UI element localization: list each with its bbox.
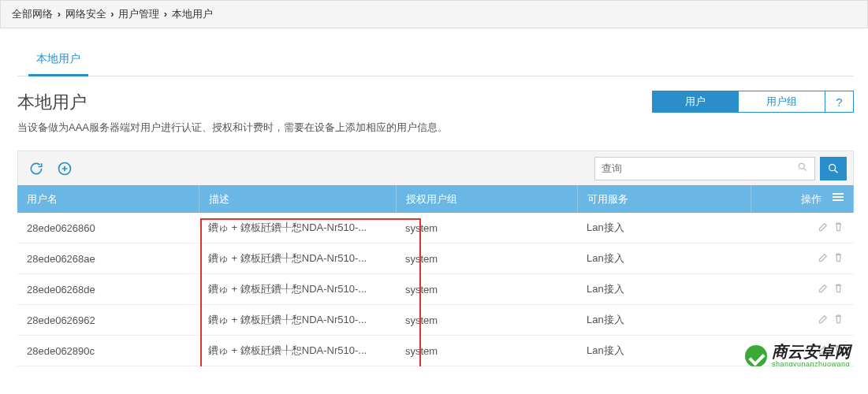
edit-icon[interactable] [818,221,829,232]
cell-group: system [396,274,577,305]
search-inline-icon [797,162,808,175]
edit-icon[interactable] [818,251,829,263]
watermark-pinyin: shangyunanzhuowang [772,361,851,366]
cell-service: Lan接入 [577,213,751,243]
delete-icon[interactable] [833,313,844,325]
cell-service: Lan接入 [577,243,751,274]
table-row[interactable]: 28ede0626962鐨ゅ + 鐐板瓩鐨╀惒NDA-Nr510-...syst… [17,305,854,336]
search-button[interactable] [820,157,847,180]
view-user-button[interactable]: 用户 [652,91,739,113]
column-menu-icon[interactable] [833,191,844,203]
breadcrumb-item[interactable]: 用户管理 [118,8,159,20]
cell-group: system [396,243,577,274]
cell-service: Lan接入 [577,274,751,305]
col-description[interactable]: 描述 [199,185,396,213]
cell-username: 28ede06268de [17,274,199,305]
search-box [594,157,815,180]
cell-ops [751,274,854,305]
cell-group: system [396,305,577,336]
breadcrumb-item[interactable]: 全部网络 [12,8,53,20]
tab-bar: 本地用户 [17,44,854,76]
watermark-logo-icon [745,345,767,367]
cell-ops [751,243,854,274]
table-row[interactable]: 28ede06268de鐨ゅ + 鐐板瓩鐨╀惒NDA-Nr510-...syst… [17,274,854,305]
edit-icon[interactable] [818,313,829,325]
cell-service: Lan接入 [577,305,751,336]
col-auth-group[interactable]: 授权用户组 [396,185,577,213]
page-subtitle: 当设备做为AAA服务器端对用户进行认证、授权和计费时，需要在设备上添加相应的用户… [17,121,448,135]
cell-description: 鐨ゅ + 鐐板瓩鐨╀惒NDA-Nr510-... [199,213,396,243]
watermark: 商云安卓网 shangyunanzhuowang [745,344,851,366]
col-username[interactable]: 用户名 [17,185,199,213]
cell-description: 鐨ゅ + 鐐板瓩鐨╀惒NDA-Nr510-... [199,243,396,274]
col-ops[interactable]: 操作 [751,185,854,213]
plus-circle-icon [57,161,73,177]
svg-point-1 [799,163,804,169]
cell-group: system [396,336,577,366]
search-input[interactable] [602,162,797,174]
refresh-icon [28,161,44,177]
breadcrumb-item: 本地用户 [172,8,213,20]
view-usergroup-button[interactable]: 用户组 [739,91,825,113]
breadcrumb: 全部网络 › 网络安全 › 用户管理 › 本地用户 [0,0,868,28]
cell-description: 鐨ゅ + 鐐板瓩鐨╀惒NDA-Nr510-... [199,336,396,366]
page-title: 本地用户 [17,91,448,114]
cell-description: 鐨ゅ + 鐐板瓩鐨╀惒NDA-Nr510-... [199,305,396,336]
cell-username: 28ede062890c [17,336,199,366]
table-row[interactable]: 28ede0626860鐨ゅ + 鐐板瓩鐨╀惒NDA-Nr510-...syst… [17,213,854,243]
watermark-text: 商云安卓网 [772,344,851,359]
refresh-button[interactable] [24,157,48,180]
tab-local-user[interactable]: 本地用户 [17,44,99,76]
cell-group: system [396,213,577,243]
edit-icon[interactable] [818,282,829,294]
view-switch: 用户 用户组 ? [652,91,854,113]
delete-icon[interactable] [833,282,844,294]
add-button[interactable] [53,157,76,180]
cell-username: 28ede0626962 [17,305,199,336]
cell-description: 鐨ゅ + 鐐板瓩鐨╀惒NDA-Nr510-... [199,274,396,305]
svg-point-2 [829,164,836,170]
table-row[interactable]: 28ede062890c鐨ゅ + 鐐板瓩鐨╀惒NDA-Nr510-...syst… [17,336,854,366]
breadcrumb-item[interactable]: 网络安全 [65,8,106,20]
col-service[interactable]: 可用服务 [577,185,751,213]
cell-service: Lan接入 [577,336,751,366]
user-table: 用户名 描述 授权用户组 可用服务 操作 28ede0626860鐨ゅ + 鐐板… [17,185,854,366]
cell-username: 28ede06268ae [17,243,199,274]
delete-icon[interactable] [833,221,844,232]
search-icon [827,162,840,175]
help-button[interactable]: ? [825,91,854,113]
cell-ops [751,305,854,336]
cell-ops [751,213,854,243]
delete-icon[interactable] [833,251,844,263]
table-row[interactable]: 28ede06268ae鐨ゅ + 鐐板瓩鐨╀惒NDA-Nr510-...syst… [17,243,854,274]
toolbar [17,151,854,185]
cell-username: 28ede0626860 [17,213,199,243]
